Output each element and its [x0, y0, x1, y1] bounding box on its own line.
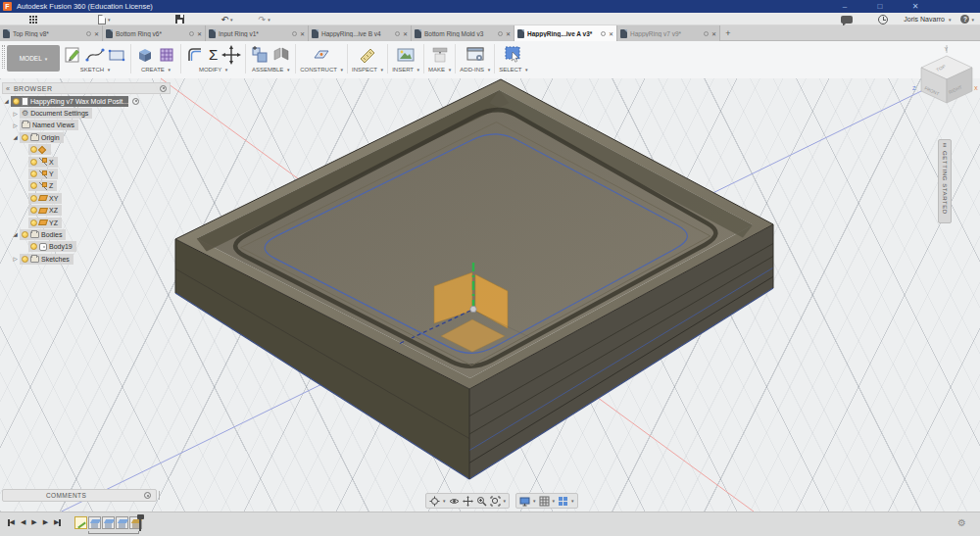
tab-bottom-ring-mold[interactable]: Bottom Ring Mold v3 ✕ — [412, 25, 514, 41]
help-icon[interactable]: ? — [960, 15, 969, 24]
group-label-sketch[interactable]: SKETCH ▾ — [80, 67, 111, 73]
mold-body[interactable] — [175, 79, 773, 479]
expander-icon[interactable]: ◢ — [11, 134, 20, 140]
help-caret[interactable]: ▾ — [971, 17, 974, 23]
activate-component-radio[interactable] — [132, 98, 139, 105]
user-name[interactable]: Joris Navarro — [904, 16, 945, 23]
new-tab-button[interactable]: + — [720, 25, 736, 40]
orbit-caret[interactable]: ▾ — [443, 498, 446, 504]
visibility-bulb-icon[interactable] — [22, 134, 28, 141]
job-status-icon[interactable] — [878, 15, 888, 24]
expander-icon[interactable]: ◢ — [2, 98, 11, 104]
play-button[interactable]: ▶ — [31, 518, 36, 526]
look-at-icon[interactable] — [449, 496, 460, 507]
comments-resize-handle[interactable] — [159, 491, 161, 500]
browser-header[interactable]: « BROWSER — [2, 82, 171, 94]
display-caret[interactable]: ▾ — [533, 498, 536, 504]
joint-icon[interactable] — [271, 45, 291, 65]
timeline-sketch-icon[interactable] — [74, 516, 87, 529]
browser-row-origin-point[interactable] — [2, 144, 171, 156]
visibility-bulb-icon[interactable] — [30, 243, 37, 250]
group-label-inspect[interactable]: INSPECT ▾ — [352, 67, 383, 73]
visibility-bulb-icon[interactable] — [22, 256, 28, 263]
fit-icon[interactable] — [490, 496, 501, 507]
feedback-icon[interactable] — [841, 16, 853, 24]
step-forward-button[interactable]: ▶ — [43, 518, 48, 526]
timeline-extrude-icon[interactable] — [102, 516, 115, 529]
viewport[interactable]: TOP FRONT RIGHT Y Z X MODEL ▾ SKE — [0, 41, 980, 512]
pan-icon[interactable] — [463, 496, 473, 507]
fillet-icon[interactable] — [185, 45, 205, 65]
getting-started-panel[interactable]: ≡ GETTING STARTED — [938, 139, 952, 223]
tab-close-icon[interactable]: ✕ — [711, 30, 716, 37]
tab-happyring-a-active[interactable]: HappyRing...ive A v3* ✕ — [514, 25, 617, 41]
file-menu-caret[interactable]: ▾ — [108, 17, 111, 23]
browser-row-bodies[interactable]: ◢ Bodies — [2, 228, 171, 240]
visibility-bulb-icon[interactable] — [30, 207, 37, 214]
browser-collapse-icon[interactable]: « — [6, 85, 10, 92]
browser-row-yz-plane[interactable]: YZ — [2, 217, 171, 228]
rectangle-icon[interactable] — [107, 45, 126, 65]
tab-top-ring[interactable]: Top Ring v8* ✕ — [0, 25, 103, 41]
construction-plane-icon[interactable] — [312, 45, 331, 65]
app-grid-icon[interactable] — [29, 16, 37, 24]
addins-icon[interactable] — [466, 45, 485, 65]
save-icon[interactable] — [175, 15, 184, 24]
group-label-assemble[interactable]: ASSEMBLE ▾ — [252, 67, 290, 73]
undo-icon[interactable]: ↶ — [221, 15, 229, 24]
browser-pin-icon[interactable] — [160, 85, 167, 92]
browser-row-y-axis[interactable]: Y — [2, 168, 171, 179]
spline-icon[interactable] — [85, 45, 105, 65]
group-label-select[interactable]: SELECT ▾ — [499, 67, 527, 73]
expander-icon[interactable]: ▷ — [11, 256, 20, 262]
zoom-icon[interactable] — [476, 496, 487, 507]
step-back-button[interactable]: ◀ — [21, 518, 25, 526]
tab-close-icon[interactable]: ✕ — [94, 30, 99, 37]
tab-close-icon[interactable]: ✕ — [609, 30, 613, 37]
group-label-construct[interactable]: CONSTRUCT ▾ — [300, 67, 343, 73]
select-icon[interactable] — [504, 45, 523, 65]
timeline-extrude-icon[interactable] — [88, 516, 101, 529]
go-to-start-button[interactable]: ◀ — [8, 518, 15, 526]
browser-row-root[interactable]: ◢ HappyRing v7 Wax Mold Posit... — [2, 95, 171, 107]
insert-image-icon[interactable] — [396, 45, 416, 65]
root-component-label[interactable]: HappyRing v7 Wax Mold Posit... — [30, 98, 128, 105]
expander-icon[interactable]: ▷ — [11, 111, 20, 117]
new-component-icon[interactable] — [250, 45, 270, 65]
browser-row-z-axis[interactable]: Z — [2, 180, 171, 192]
visibility-bulb-icon[interactable] — [30, 159, 37, 166]
timeline-playhead[interactable] — [139, 515, 141, 531]
file-menu-icon[interactable] — [98, 15, 106, 24]
redo-caret[interactable]: ▾ — [268, 17, 270, 23]
pattern-icon[interactable] — [157, 45, 176, 65]
tab-happyring-b[interactable]: HappyRing...ive B v4 ✕ — [309, 25, 412, 41]
visibility-bulb-icon[interactable] — [30, 195, 37, 202]
origin-point[interactable] — [470, 306, 476, 312]
visibility-bulb-icon[interactable] — [30, 171, 37, 177]
maximize-button[interactable]: □ — [874, 2, 886, 11]
tab-bottom-ring[interactable]: Bottom Ring v6* ✕ — [103, 25, 206, 41]
tab-close-icon[interactable]: ✕ — [506, 30, 511, 37]
browser-row-document-settings[interactable]: ▷ ⚙Document Settings — [2, 107, 171, 119]
group-label-make[interactable]: MAKE ▾ — [428, 67, 451, 73]
user-menu-caret[interactable]: ▾ — [949, 17, 952, 23]
toolbar-drag-handle[interactable] — [2, 45, 5, 69]
expander-icon[interactable]: ▷ — [11, 122, 20, 128]
grid-caret[interactable]: ▾ — [553, 498, 556, 504]
tab-close-icon[interactable]: ✕ — [403, 30, 408, 37]
browser-row-origin[interactable]: ◢ Origin — [2, 131, 171, 143]
browser-row-sketches[interactable]: ▷ Sketches — [2, 253, 171, 265]
group-label-modify[interactable]: MODIFY ▾ — [199, 67, 227, 73]
tab-close-icon[interactable]: ✕ — [197, 30, 202, 37]
group-label-addins[interactable]: ADD-INS ▾ — [460, 67, 490, 73]
minimize-button[interactable]: – — [839, 2, 851, 11]
browser-row-body19[interactable]: Body19 — [2, 241, 171, 253]
visibility-bulb-icon[interactable] — [30, 219, 37, 226]
expander-icon[interactable]: ◢ — [11, 231, 20, 237]
grid-snaps-icon[interactable] — [539, 496, 550, 507]
tab-close-icon[interactable]: ✕ — [300, 30, 305, 37]
undo-caret[interactable]: ▾ — [230, 17, 233, 23]
visibility-bulb-icon[interactable] — [30, 182, 37, 189]
fit-caret[interactable]: ▾ — [504, 498, 507, 504]
comments-pin-icon[interactable] — [144, 492, 151, 499]
